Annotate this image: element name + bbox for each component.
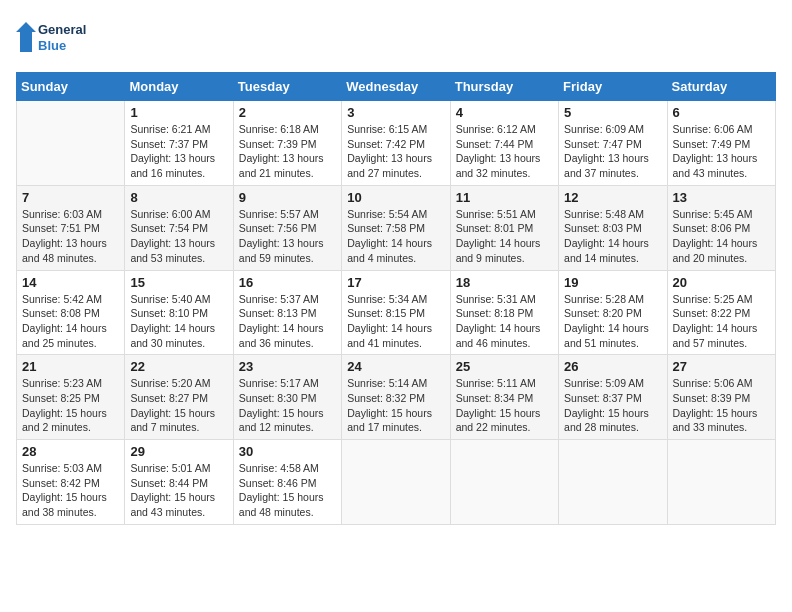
day-cell-26: 26Sunrise: 5:09 AM Sunset: 8:37 PM Dayli… [559, 355, 667, 440]
day-info: Sunrise: 6:18 AM Sunset: 7:39 PM Dayligh… [239, 122, 336, 181]
day-info: Sunrise: 5:20 AM Sunset: 8:27 PM Dayligh… [130, 376, 227, 435]
day-cell-16: 16Sunrise: 5:37 AM Sunset: 8:13 PM Dayli… [233, 270, 341, 355]
svg-marker-2 [16, 22, 36, 52]
day-cell-17: 17Sunrise: 5:34 AM Sunset: 8:15 PM Dayli… [342, 270, 450, 355]
day-info: Sunrise: 6:21 AM Sunset: 7:37 PM Dayligh… [130, 122, 227, 181]
day-number: 5 [564, 105, 661, 120]
day-number: 3 [347, 105, 444, 120]
day-info: Sunrise: 6:09 AM Sunset: 7:47 PM Dayligh… [564, 122, 661, 181]
day-info: Sunrise: 5:51 AM Sunset: 8:01 PM Dayligh… [456, 207, 553, 266]
day-cell-4: 4Sunrise: 6:12 AM Sunset: 7:44 PM Daylig… [450, 101, 558, 186]
day-cell-19: 19Sunrise: 5:28 AM Sunset: 8:20 PM Dayli… [559, 270, 667, 355]
day-number: 26 [564, 359, 661, 374]
day-cell-22: 22Sunrise: 5:20 AM Sunset: 8:27 PM Dayli… [125, 355, 233, 440]
day-info: Sunrise: 5:03 AM Sunset: 8:42 PM Dayligh… [22, 461, 119, 520]
day-info: Sunrise: 6:12 AM Sunset: 7:44 PM Dayligh… [456, 122, 553, 181]
day-info: Sunrise: 5:34 AM Sunset: 8:15 PM Dayligh… [347, 292, 444, 351]
day-number: 10 [347, 190, 444, 205]
week-row-5: 28Sunrise: 5:03 AM Sunset: 8:42 PM Dayli… [17, 440, 776, 525]
empty-cell [17, 101, 125, 186]
week-row-4: 21Sunrise: 5:23 AM Sunset: 8:25 PM Dayli… [17, 355, 776, 440]
day-cell-11: 11Sunrise: 5:51 AM Sunset: 8:01 PM Dayli… [450, 185, 558, 270]
day-cell-3: 3Sunrise: 6:15 AM Sunset: 7:42 PM Daylig… [342, 101, 450, 186]
day-cell-18: 18Sunrise: 5:31 AM Sunset: 8:18 PM Dayli… [450, 270, 558, 355]
day-number: 19 [564, 275, 661, 290]
weekday-header-tuesday: Tuesday [233, 73, 341, 101]
day-number: 11 [456, 190, 553, 205]
day-number: 30 [239, 444, 336, 459]
day-info: Sunrise: 5:54 AM Sunset: 7:58 PM Dayligh… [347, 207, 444, 266]
day-info: Sunrise: 5:37 AM Sunset: 8:13 PM Dayligh… [239, 292, 336, 351]
day-number: 24 [347, 359, 444, 374]
day-cell-25: 25Sunrise: 5:11 AM Sunset: 8:34 PM Dayli… [450, 355, 558, 440]
day-number: 27 [673, 359, 770, 374]
day-number: 17 [347, 275, 444, 290]
weekday-header-friday: Friday [559, 73, 667, 101]
week-row-3: 14Sunrise: 5:42 AM Sunset: 8:08 PM Dayli… [17, 270, 776, 355]
day-info: Sunrise: 5:48 AM Sunset: 8:03 PM Dayligh… [564, 207, 661, 266]
page-header: General Blue [16, 16, 776, 60]
day-info: Sunrise: 5:25 AM Sunset: 8:22 PM Dayligh… [673, 292, 770, 351]
day-info: Sunrise: 5:57 AM Sunset: 7:56 PM Dayligh… [239, 207, 336, 266]
day-info: Sunrise: 5:28 AM Sunset: 8:20 PM Dayligh… [564, 292, 661, 351]
day-number: 1 [130, 105, 227, 120]
svg-text:Blue: Blue [38, 38, 66, 53]
weekday-header-monday: Monday [125, 73, 233, 101]
day-cell-29: 29Sunrise: 5:01 AM Sunset: 8:44 PM Dayli… [125, 440, 233, 525]
day-info: Sunrise: 5:17 AM Sunset: 8:30 PM Dayligh… [239, 376, 336, 435]
day-info: Sunrise: 5:40 AM Sunset: 8:10 PM Dayligh… [130, 292, 227, 351]
day-number: 25 [456, 359, 553, 374]
day-info: Sunrise: 5:31 AM Sunset: 8:18 PM Dayligh… [456, 292, 553, 351]
day-number: 29 [130, 444, 227, 459]
day-cell-12: 12Sunrise: 5:48 AM Sunset: 8:03 PM Dayli… [559, 185, 667, 270]
day-info: Sunrise: 5:14 AM Sunset: 8:32 PM Dayligh… [347, 376, 444, 435]
day-number: 28 [22, 444, 119, 459]
day-number: 13 [673, 190, 770, 205]
day-number: 20 [673, 275, 770, 290]
day-number: 22 [130, 359, 227, 374]
weekday-header-sunday: Sunday [17, 73, 125, 101]
day-info: Sunrise: 5:11 AM Sunset: 8:34 PM Dayligh… [456, 376, 553, 435]
empty-cell [559, 440, 667, 525]
day-number: 6 [673, 105, 770, 120]
day-number: 23 [239, 359, 336, 374]
day-info: Sunrise: 5:23 AM Sunset: 8:25 PM Dayligh… [22, 376, 119, 435]
empty-cell [342, 440, 450, 525]
day-number: 8 [130, 190, 227, 205]
day-number: 21 [22, 359, 119, 374]
day-cell-6: 6Sunrise: 6:06 AM Sunset: 7:49 PM Daylig… [667, 101, 775, 186]
day-info: Sunrise: 5:09 AM Sunset: 8:37 PM Dayligh… [564, 376, 661, 435]
day-cell-21: 21Sunrise: 5:23 AM Sunset: 8:25 PM Dayli… [17, 355, 125, 440]
day-info: Sunrise: 6:15 AM Sunset: 7:42 PM Dayligh… [347, 122, 444, 181]
weekday-header-wednesday: Wednesday [342, 73, 450, 101]
day-cell-14: 14Sunrise: 5:42 AM Sunset: 8:08 PM Dayli… [17, 270, 125, 355]
day-info: Sunrise: 5:06 AM Sunset: 8:39 PM Dayligh… [673, 376, 770, 435]
empty-cell [667, 440, 775, 525]
day-cell-10: 10Sunrise: 5:54 AM Sunset: 7:58 PM Dayli… [342, 185, 450, 270]
day-info: Sunrise: 4:58 AM Sunset: 8:46 PM Dayligh… [239, 461, 336, 520]
empty-cell [450, 440, 558, 525]
day-cell-13: 13Sunrise: 5:45 AM Sunset: 8:06 PM Dayli… [667, 185, 775, 270]
day-number: 12 [564, 190, 661, 205]
day-info: Sunrise: 6:06 AM Sunset: 7:49 PM Dayligh… [673, 122, 770, 181]
day-cell-1: 1Sunrise: 6:21 AM Sunset: 7:37 PM Daylig… [125, 101, 233, 186]
day-cell-15: 15Sunrise: 5:40 AM Sunset: 8:10 PM Dayli… [125, 270, 233, 355]
day-cell-8: 8Sunrise: 6:00 AM Sunset: 7:54 PM Daylig… [125, 185, 233, 270]
day-number: 14 [22, 275, 119, 290]
day-number: 9 [239, 190, 336, 205]
day-info: Sunrise: 6:03 AM Sunset: 7:51 PM Dayligh… [22, 207, 119, 266]
day-number: 4 [456, 105, 553, 120]
calendar-table: SundayMondayTuesdayWednesdayThursdayFrid… [16, 72, 776, 525]
day-info: Sunrise: 5:01 AM Sunset: 8:44 PM Dayligh… [130, 461, 227, 520]
day-cell-27: 27Sunrise: 5:06 AM Sunset: 8:39 PM Dayli… [667, 355, 775, 440]
day-cell-20: 20Sunrise: 5:25 AM Sunset: 8:22 PM Dayli… [667, 270, 775, 355]
day-number: 15 [130, 275, 227, 290]
day-number: 18 [456, 275, 553, 290]
week-row-1: 1Sunrise: 6:21 AM Sunset: 7:37 PM Daylig… [17, 101, 776, 186]
day-cell-24: 24Sunrise: 5:14 AM Sunset: 8:32 PM Dayli… [342, 355, 450, 440]
day-number: 2 [239, 105, 336, 120]
day-cell-2: 2Sunrise: 6:18 AM Sunset: 7:39 PM Daylig… [233, 101, 341, 186]
day-cell-30: 30Sunrise: 4:58 AM Sunset: 8:46 PM Dayli… [233, 440, 341, 525]
day-cell-9: 9Sunrise: 5:57 AM Sunset: 7:56 PM Daylig… [233, 185, 341, 270]
day-cell-5: 5Sunrise: 6:09 AM Sunset: 7:47 PM Daylig… [559, 101, 667, 186]
